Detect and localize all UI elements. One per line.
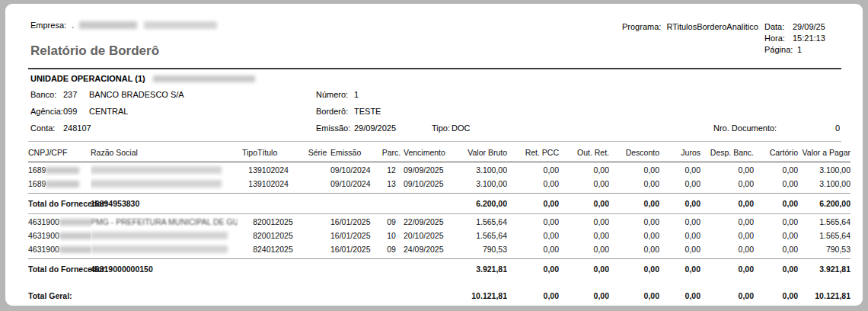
grand-total-row: Total Geral:10.121,810,000,000,000,000,0…	[28, 279, 850, 302]
banco-code: 237	[63, 90, 77, 99]
cell-desp_banc: 0,00	[700, 279, 754, 302]
col-header-tipo: Tipo	[238, 146, 257, 162]
unidade-label: UNIDADE OPERACIONAL (1)	[30, 74, 145, 83]
empresa-row: Empresa: .	[30, 21, 217, 30]
col-header-juros: Juros	[659, 146, 700, 162]
cell-ret_pcc: 0,00	[507, 279, 559, 302]
cell-vencimento: 09/09/2025	[404, 162, 458, 177]
cell-cnpj: 1689	[28, 176, 91, 194]
cell-valor_bruto: 10.121,81	[458, 279, 507, 302]
empresa-value-redacted-2	[144, 21, 217, 29]
titles-table-wrap: CNPJ/CPFRazão SocialTipoTítuloSérieEmiss…	[28, 146, 841, 302]
banco-name: BANCO BRADESCO S/A	[89, 90, 184, 99]
cell-emissao: 16/01/2025	[330, 214, 379, 229]
conta-label: Conta:	[30, 123, 55, 133]
cell-out_ret: 0,00	[559, 176, 609, 194]
cell-valor_a_pagar: 6.200,00	[798, 194, 850, 214]
emissao-label: Emissão:	[316, 123, 350, 133]
razao-social-blurred-text: PMG - PREFEITURA MUNICIPAL DE GUARUL	[91, 217, 238, 226]
hora-value: 15:21:13	[793, 34, 825, 43]
cell-out_ret: 0,00	[559, 228, 609, 242]
cell-emissao: 09/10/2024	[330, 162, 379, 177]
empresa-label: Empresa:	[30, 21, 66, 30]
cell-out_ret: 0,00	[559, 214, 609, 229]
cell-emissao: 16/01/2025	[330, 228, 379, 242]
cell-desconto: 0,00	[609, 214, 659, 229]
cell-valor_bruto: 6.200,00	[458, 194, 507, 214]
cell-juros: 0,00	[659, 162, 700, 177]
col-header-out_ret: Out. Ret.	[559, 146, 609, 162]
cell-serie	[305, 228, 330, 242]
table-row: 463190082001202516/01/20251020/10/20251.…	[28, 228, 850, 242]
agencia-label: Agência:	[30, 107, 63, 116]
unidade-row: UNIDADE OPERACIONAL (1)	[30, 74, 255, 83]
cell-emissao: 09/10/2024	[330, 176, 379, 194]
col-header-cnpj: CNPJ/CPF	[28, 146, 91, 162]
table-row: 4631900PMG - PREFEITURA MUNICIPAL DE GUA…	[28, 214, 850, 229]
cell-razao	[91, 242, 238, 259]
unidade-value-redacted	[153, 75, 255, 82]
cell-valor_bruto: 1.565,64	[458, 214, 507, 229]
table-row: 168913910202409/10/20241209/09/20253.100…	[28, 162, 850, 177]
cell-juros: 0,00	[659, 259, 700, 280]
cell-ret_pcc: 0,00	[507, 176, 559, 194]
cell-desconto: 0,00	[609, 176, 659, 194]
title-rule	[28, 68, 841, 69]
cell-parc: 13	[379, 176, 404, 194]
cell-cartorio: 0,00	[754, 228, 798, 242]
cell-juros: 0,00	[659, 176, 700, 194]
cell-parc: 12	[379, 162, 404, 177]
cell-tipo: 13	[238, 176, 257, 194]
cell-desconto: 0,00	[609, 194, 659, 214]
cell-ret_pcc: 0,00	[507, 228, 559, 242]
cell-desp_banc: 0,00	[700, 162, 754, 177]
cell-juros: 0,00	[659, 242, 700, 259]
cell-desconto: 0,00	[609, 279, 659, 302]
bordero-value: TESTE	[354, 107, 381, 116]
cell-vencimento: 24/09/2025	[404, 242, 458, 259]
cell-serie	[305, 162, 330, 177]
cell-titulo: 9102024	[257, 176, 305, 194]
cell-desp_banc: 0,00	[700, 228, 754, 242]
col-header-ret_pcc: Ret. PCC	[507, 146, 559, 162]
cell-serie	[305, 176, 330, 194]
cell-desp_banc: 0,00	[700, 176, 754, 194]
cell-out_ret: 0,00	[559, 194, 609, 214]
cnpj-prefix: 1689	[28, 179, 46, 188]
supplier-total-cnpj: 46319000000150	[91, 265, 153, 274]
cell-titulo: 20012025	[257, 228, 305, 242]
cell-vencimento: 22/09/2025	[404, 214, 458, 229]
cell-tipo: 8	[238, 214, 257, 229]
data-value: 29/09/25	[793, 22, 825, 31]
cell-emissao: 16/01/2025	[330, 242, 379, 259]
grand-total-label: Total Geral:	[28, 279, 458, 302]
cell-cartorio: 0,00	[754, 259, 798, 280]
cell-valor_bruto: 3.100,00	[458, 162, 507, 177]
supplier-total-cnpj: 16894953830	[91, 199, 139, 208]
cell-cnpj: 4631900	[28, 228, 91, 242]
cell-ret_pcc: 0,00	[507, 214, 559, 229]
col-header-parc: Parc.	[379, 146, 404, 162]
cell-valor_a_pagar: 1.565,64	[798, 228, 850, 242]
cell-valor_a_pagar: 1.565,64	[798, 214, 850, 229]
cnpj-prefix: 1689	[28, 165, 46, 175]
razao-social-redacted	[91, 166, 222, 174]
agencia-name: CENTRAL	[89, 107, 128, 116]
nro-documento-value: 0	[835, 123, 840, 133]
cell-titulo: 24012025	[257, 242, 305, 259]
col-header-cartorio: Cartório	[754, 146, 798, 162]
cell-cartorio: 0,00	[754, 279, 798, 302]
cell-razao	[91, 162, 238, 177]
cell-valor_a_pagar: 10.121,81	[798, 279, 850, 302]
col-header-titulo: Título	[257, 146, 305, 162]
col-header-vencimento: Vencimento	[404, 146, 458, 162]
cell-serie	[305, 214, 330, 229]
cell-tipo: 8	[238, 228, 257, 242]
supplier-total: Total do Fornecedor:168949538306.200,000…	[28, 194, 850, 214]
cnpj-redacted	[59, 246, 91, 253]
hora-label: Hora:	[764, 34, 785, 43]
cell-vencimento: 09/10/2025	[404, 176, 458, 194]
cell-out_ret: 0,00	[559, 279, 609, 302]
supplier-total-row: Total do Fornecedor:168949538306.200,000…	[28, 194, 850, 214]
data-label: Data:	[764, 22, 784, 31]
